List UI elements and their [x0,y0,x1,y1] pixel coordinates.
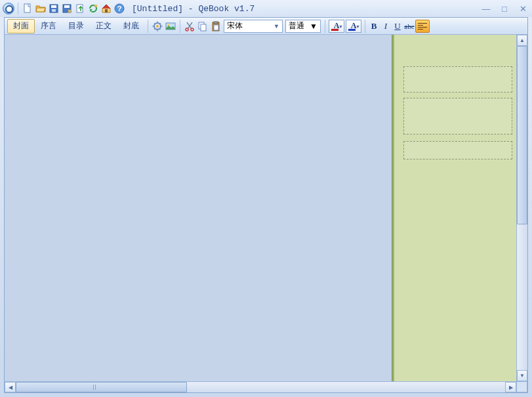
scroll-right-button[interactable]: ▶ [505,382,516,392]
save-icon[interactable] [48,3,60,14]
svg-rect-21 [214,25,218,30]
color-bar [348,29,356,31]
export-icon[interactable] [74,3,86,14]
cover-subtitle-placeholder[interactable] [403,98,512,135]
canvas-area[interactable] [5,35,392,381]
dropdown-arrow-icon: ▼ [274,23,279,30]
dropdown-arrow-icon: ▼ [338,24,343,29]
font-name-value: 宋体 [227,20,243,31]
italic-button[interactable]: I [380,20,392,33]
help-icon[interactable]: ? [113,3,125,14]
scroll-track[interactable] [16,382,505,392]
refresh-icon[interactable] [87,3,99,14]
client-area: 封面 序言 目录 正文 封底 宋体 ▼ 普通 ▼ A ▼ A ▼ [4,17,528,393]
close-button[interactable]: ✕ [516,3,529,14]
font-name-select[interactable]: 宋体 ▼ [224,20,283,33]
svg-rect-5 [64,5,70,8]
scroll-down-button[interactable]: ▼ [517,370,527,381]
separator [148,20,148,33]
cut-icon[interactable] [183,20,196,33]
svg-rect-2 [51,5,56,8]
titlebar: ? [Untitled] - QeBook v1.7 — □ ✕ [0,0,532,17]
scroll-corner [516,381,527,392]
open-file-icon[interactable] [35,3,47,14]
scroll-up-button[interactable]: ▲ [517,35,527,46]
image-icon[interactable] [164,20,177,33]
separator [325,20,325,33]
copy-icon[interactable] [196,20,209,33]
separator [180,20,180,33]
cover-title-placeholder[interactable] [403,66,512,93]
highlight-color-button[interactable]: A ▼ [346,20,361,33]
align-button[interactable] [415,20,430,33]
settings-icon[interactable] [151,20,164,33]
minimize-button[interactable]: — [480,3,493,14]
tab-body[interactable]: 正文 [90,19,117,33]
horizontal-scrollbar[interactable]: ◀ ▶ [5,381,516,392]
toolbar: 封面 序言 目录 正文 封底 宋体 ▼ 普通 ▼ A ▼ A ▼ [5,18,527,35]
scroll-track[interactable] [517,46,527,370]
tab-preface[interactable]: 序言 [35,19,62,33]
text-color-button[interactable]: A ▼ [329,20,344,33]
new-file-icon[interactable] [22,3,33,14]
workspace: ▲ ▼ [5,35,527,381]
dropdown-arrow-icon: ▼ [356,24,360,29]
svg-text:?: ? [117,5,122,12]
titlebar-left: ? [3,3,125,14]
app-logo-icon [3,3,14,14]
svg-rect-6 [77,5,83,12]
tab-back[interactable]: 封底 [117,19,145,33]
home-icon[interactable] [100,3,112,14]
svg-rect-18 [201,24,206,31]
strikethrough-button[interactable]: abc [403,20,415,33]
cover-author-placeholder[interactable] [403,141,512,159]
svg-point-12 [156,25,159,28]
save-as-icon[interactable] [61,3,73,14]
svg-rect-8 [105,9,108,12]
svg-point-7 [94,5,97,7]
font-caliber-value: 普通 [289,20,304,31]
scroll-left-button[interactable]: ◀ [5,382,16,392]
paste-icon[interactable] [209,20,222,33]
scroll-thumb[interactable] [16,382,187,392]
vertical-scrollbar[interactable]: ▲ ▼ [516,35,527,381]
window-controls: — □ ✕ [480,3,529,14]
underline-button[interactable]: U [392,20,403,33]
tab-cover[interactable]: 封面 [7,19,35,33]
bold-button[interactable]: B [368,20,380,33]
separator [365,20,365,33]
window-title: [Untitled] - QeBook v1.7 [132,4,255,14]
svg-rect-3 [52,9,56,12]
svg-rect-20 [214,22,218,24]
svg-point-16 [191,28,194,31]
preview-pane [392,35,516,381]
tab-toc[interactable]: 目录 [62,19,90,33]
bottom-scroll-row: ◀ ▶ [5,381,527,392]
dropdown-arrow-icon: ▼ [310,22,317,31]
svg-point-15 [186,28,188,31]
color-bar [331,29,338,31]
maximize-button[interactable]: □ [498,3,511,14]
separator [18,3,18,14]
scroll-thumb[interactable] [517,46,527,224]
svg-rect-0 [24,4,30,12]
font-caliber-select[interactable]: 普通 ▼ [285,20,321,33]
